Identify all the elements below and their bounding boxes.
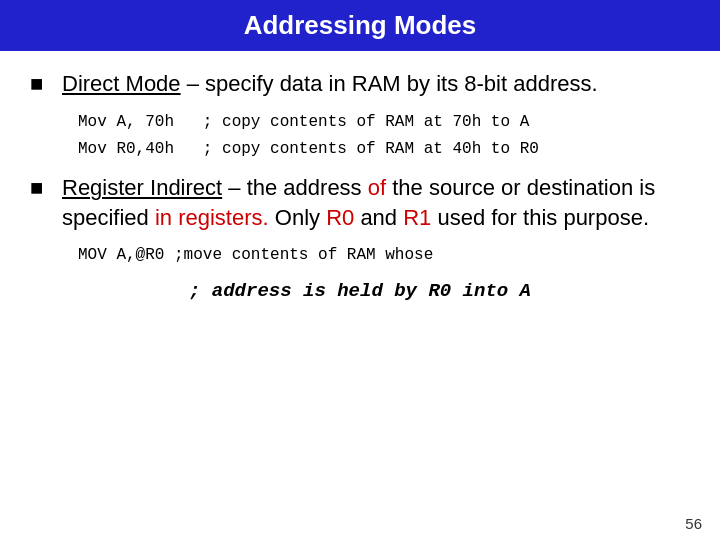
- direct-mode-rest: – specify data in RAM by its 8-bit addre…: [181, 71, 598, 96]
- bullet-1: ■: [30, 71, 48, 97]
- register-indirect-title: Register Indirect: [62, 175, 222, 200]
- s2-text5: used for this purpose.: [431, 205, 649, 230]
- s2-red3: R0: [326, 205, 354, 230]
- section2-text: Register Indirect – the address of the s…: [62, 173, 690, 232]
- s2-red4: R1: [403, 205, 431, 230]
- section1-text: Direct Mode – specify data in RAM by its…: [62, 69, 598, 99]
- code-line-1: Mov A, 70h ; copy contents of RAM at 70h…: [78, 109, 690, 136]
- section-register-indirect: ■ Register Indirect – the address of the…: [30, 173, 690, 232]
- code-block-1: Mov A, 70h ; copy contents of RAM at 70h…: [78, 109, 690, 163]
- s2-red1: of: [368, 175, 386, 200]
- main-content: ■ Direct Mode – specify data in RAM by i…: [0, 51, 720, 318]
- code-line-2: Mov R0,40h ; copy contents of RAM at 40h…: [78, 136, 690, 163]
- code-block-2: MOV A,@R0 ;move contents of RAM whose: [78, 242, 690, 269]
- direct-mode-title: Direct Mode: [62, 71, 181, 96]
- s2-text4: and: [354, 205, 403, 230]
- s2-text3: Only: [269, 205, 326, 230]
- code-bold-line: ; address is held by R0 into A: [30, 280, 690, 302]
- page-header: Addressing Modes: [0, 0, 720, 51]
- s2-red2: in registers.: [155, 205, 269, 230]
- bullet-2: ■: [30, 175, 48, 201]
- section-direct-mode: ■ Direct Mode – specify data in RAM by i…: [30, 69, 690, 99]
- s2-text1: – the address: [222, 175, 368, 200]
- header-title: Addressing Modes: [244, 10, 477, 40]
- code-line-3: MOV A,@R0 ;move contents of RAM whose: [78, 242, 690, 269]
- page-number: 56: [685, 515, 702, 532]
